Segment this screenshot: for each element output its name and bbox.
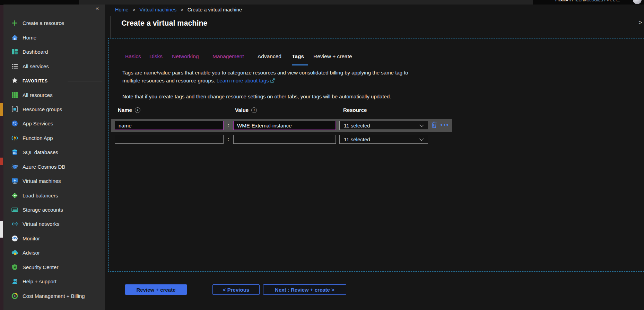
sidebar-item-label: All resources (23, 92, 53, 98)
star-icon (11, 77, 18, 84)
sidebar-item-all-resources[interactable]: All resources (3, 92, 105, 99)
name-value-separator: : (226, 122, 231, 128)
collapse-sidebar-icon[interactable]: « (96, 5, 99, 11)
sidebar-item-sql-databases[interactable]: SQL SQL databases (3, 149, 105, 157)
tags-tab-panel: Basics Disks Networking Management Advan… (108, 38, 644, 272)
breadcrumb-separator: > (181, 7, 183, 12)
more-options-icon[interactable] (441, 124, 448, 126)
column-header-value: Value i (235, 107, 257, 113)
chevron-down-icon (419, 123, 424, 127)
tab-management[interactable]: Management (212, 53, 244, 60)
top-bar: PRAMATH TECHNOLOGIES PVT. LT... (0, 0, 644, 5)
grid-icon (11, 92, 18, 98)
column-header-name: Name i (118, 107, 140, 113)
name-value-separator: : (226, 136, 231, 142)
sidebar-item-label: Load balancers (23, 193, 58, 198)
sidebar-item-all-services[interactable]: All services (3, 63, 105, 71)
tab-networking[interactable]: Networking (172, 53, 199, 60)
sidebar-item-function-app[interactable]: Function App (3, 135, 105, 142)
advisor-icon (11, 249, 18, 256)
breadcrumb-separator: > (133, 7, 136, 12)
sidebar-item-virtual-networks[interactable]: Virtual networks (3, 221, 105, 228)
sidebar-item-label: SQL databases (23, 149, 58, 155)
sidebar-item-label: Virtual networks (23, 221, 59, 227)
storage-icon (11, 206, 18, 213)
sidebar-item-security-center[interactable]: Security Center (3, 264, 105, 272)
shield-icon (11, 264, 18, 271)
tab-basics[interactable]: Basics (125, 53, 141, 60)
next-button[interactable]: Next : Review + create > (263, 284, 346, 295)
vm-monitor-icon (11, 178, 18, 184)
delete-row-icon[interactable] (431, 122, 437, 130)
top-search-bar-remnant[interactable] (79, 0, 533, 5)
sidebar-item-label: All services (23, 63, 49, 69)
plus-icon (11, 20, 18, 26)
column-header-value-label: Value (235, 107, 249, 113)
sidebar-item-advisor[interactable]: Advisor (3, 249, 105, 257)
learn-more-link[interactable]: Learn more about tags (217, 78, 269, 83)
review-create-button[interactable]: Review + create (125, 284, 187, 295)
dashboard-icon (11, 48, 18, 55)
breadcrumb-virtual-machines-link[interactable]: Virtual machines (139, 7, 176, 12)
resource-select[interactable]: 11 selected (339, 121, 428, 130)
sidebar-item-create-a-resource[interactable]: Create a resource (3, 20, 105, 27)
tab-review-create[interactable]: Review + create (313, 53, 352, 60)
breadcrumb: Home > Virtual machines > Create a virtu… (115, 7, 242, 12)
column-header-resource: Resource (343, 107, 367, 113)
sidebar-item-storage-accounts[interactable]: Storage accounts (3, 206, 105, 214)
support-icon (11, 278, 18, 285)
sidebar-item-label: App Services (23, 121, 53, 126)
tag-name-input-empty[interactable] (115, 135, 224, 144)
sidebar-item-label: Create a resource (23, 20, 64, 26)
sidebar-item-load-balancers[interactable]: Load balancers (3, 192, 105, 200)
sidebar-item-label: Virtual machines (23, 178, 61, 184)
expand-blade-icon[interactable]: > (638, 19, 642, 26)
sidebar-item-label: Home (23, 35, 36, 41)
previous-button[interactable]: < Previous (212, 284, 260, 295)
sidebar-item-virtual-machines[interactable]: Virtual machines (3, 178, 105, 185)
resource-select-row2[interactable]: 11 selected (339, 135, 428, 144)
sidebar-item-home[interactable]: Home (3, 34, 105, 42)
desktop-fragment-red (0, 158, 3, 165)
sidebar-item-label: Advisor (23, 250, 40, 256)
network-icon (11, 221, 18, 227)
chevron-down-icon (419, 136, 424, 141)
sidebar-item-label: Function App (23, 135, 53, 141)
sidebar-item-resource-groups[interactable]: Resource groups (3, 106, 105, 114)
sidebar-item-cost-management-billing[interactable]: s Cost Management + Billing (3, 293, 105, 300)
sidebar-item-label: Monitor (23, 236, 40, 241)
tab-disks[interactable]: Disks (149, 53, 163, 60)
info-icon[interactable]: i (251, 107, 257, 113)
tag-value-input-empty[interactable] (233, 135, 336, 144)
tag-value-input[interactable] (233, 121, 336, 130)
globe-icon (11, 120, 18, 127)
list-icon (11, 63, 18, 70)
svg-text:SQL: SQL (13, 152, 17, 154)
planet-icon (11, 163, 18, 170)
sidebar-item-help-support[interactable]: Help + support (3, 278, 105, 286)
sidebar-item-azure-cosmos-db[interactable]: Azure Cosmos DB (3, 163, 105, 171)
desktop-fragment-white (0, 221, 3, 238)
column-header-name-label: Name (118, 107, 132, 113)
billing-icon: s (11, 293, 18, 299)
info-icon[interactable]: i (135, 107, 140, 113)
desktop-fragment-orange (0, 103, 3, 116)
tags-description-line2: multiple resources and resource groups. … (122, 78, 275, 83)
sidebar-item-monitor[interactable]: Monitor (3, 235, 105, 243)
sidebar-item-label: Help + support (23, 278, 56, 284)
lightning-icon (11, 135, 18, 141)
tab-advanced[interactable]: Advanced (258, 53, 281, 60)
tags-note: Note that if you create tags and then ch… (122, 94, 391, 99)
sidebar-item-app-services[interactable]: App Services (3, 120, 105, 128)
breadcrumb-home-link[interactable]: Home (115, 7, 129, 12)
sidebar-item-label: Resource groups (23, 106, 62, 112)
breadcrumb-current: Create a virtual machine (188, 7, 242, 12)
sidebar-item-dashboard[interactable]: Dashboard (3, 48, 105, 56)
tab-tags[interactable]: Tags (292, 53, 304, 60)
avatar[interactable] (633, 0, 642, 4)
favorites-label: FAVORITES (23, 79, 48, 83)
tag-name-input[interactable] (115, 121, 224, 130)
external-link-icon (270, 78, 275, 83)
svg-text:s: s (14, 294, 16, 298)
main-content: Home > Virtual machines > Create a virtu… (105, 5, 644, 310)
